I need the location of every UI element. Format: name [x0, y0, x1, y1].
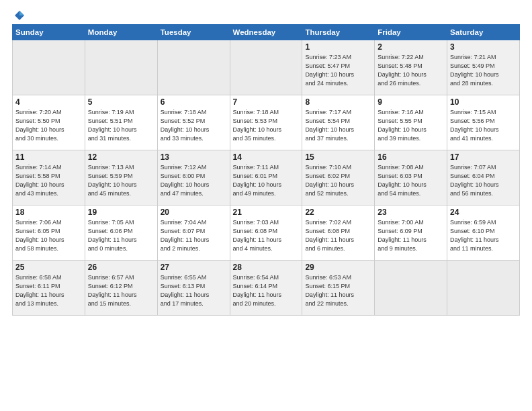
day-detail: Sunrise: 7:21 AM Sunset: 5:49 PM Dayligh… [450, 53, 517, 88]
calendar-cell: 3Sunrise: 7:21 AM Sunset: 5:49 PM Daylig… [447, 40, 520, 95]
calendar-cell: 9Sunrise: 7:16 AM Sunset: 5:55 PM Daylig… [375, 95, 447, 150]
day-detail: Sunrise: 7:08 AM Sunset: 6:03 PM Dayligh… [378, 163, 444, 198]
weekday-header-friday: Friday [375, 25, 447, 40]
day-detail: Sunrise: 7:03 AM Sunset: 6:08 PM Dayligh… [233, 218, 300, 253]
day-number: 17 [450, 152, 517, 162]
day-number: 26 [88, 263, 154, 272]
day-detail: Sunrise: 6:55 AM Sunset: 6:13 PM Dayligh… [161, 273, 227, 308]
day-number: 25 [15, 263, 82, 272]
calendar-cell: 28Sunrise: 6:54 AM Sunset: 6:14 PM Dayli… [230, 261, 302, 316]
day-detail: Sunrise: 7:06 AM Sunset: 6:05 PM Dayligh… [15, 218, 82, 253]
svg-marker-1 [19, 11, 24, 15]
day-number: 13 [161, 152, 227, 162]
day-number: 3 [450, 42, 517, 52]
day-detail: Sunrise: 6:54 AM Sunset: 6:14 PM Dayligh… [233, 273, 300, 308]
logo-icon [13, 9, 26, 21]
day-number: 10 [450, 97, 517, 107]
weekday-header-row: SundayMondayTuesdayWednesdayThursdayFrid… [13, 25, 520, 40]
day-detail: Sunrise: 7:12 AM Sunset: 6:00 PM Dayligh… [161, 163, 227, 198]
day-number: 11 [15, 152, 82, 162]
calendar-cell: 25Sunrise: 6:58 AM Sunset: 6:11 PM Dayli… [13, 261, 85, 316]
day-detail: Sunrise: 7:18 AM Sunset: 5:52 PM Dayligh… [161, 108, 227, 143]
day-number: 12 [88, 152, 154, 162]
calendar-cell: 23Sunrise: 7:00 AM Sunset: 6:09 PM Dayli… [375, 205, 447, 261]
calendar-cell [375, 261, 447, 316]
calendar-cell: 22Sunrise: 7:02 AM Sunset: 6:08 PM Dayli… [302, 205, 375, 261]
day-detail: Sunrise: 7:05 AM Sunset: 6:06 PM Dayligh… [88, 218, 154, 253]
calendar-cell: 26Sunrise: 6:57 AM Sunset: 6:12 PM Dayli… [85, 261, 157, 316]
calendar-cell: 13Sunrise: 7:12 AM Sunset: 6:00 PM Dayli… [157, 150, 230, 205]
week-row-5: 25Sunrise: 6:58 AM Sunset: 6:11 PM Dayli… [13, 261, 520, 316]
calendar-cell: 27Sunrise: 6:55 AM Sunset: 6:13 PM Dayli… [157, 261, 230, 316]
calendar-cell: 10Sunrise: 7:15 AM Sunset: 5:56 PM Dayli… [447, 95, 520, 150]
weekday-header-thursday: Thursday [302, 25, 375, 40]
week-row-3: 11Sunrise: 7:14 AM Sunset: 5:58 PM Dayli… [13, 150, 520, 205]
calendar-cell [13, 40, 85, 95]
day-detail: Sunrise: 7:13 AM Sunset: 5:59 PM Dayligh… [88, 163, 154, 198]
day-number: 22 [305, 208, 371, 217]
day-detail: Sunrise: 6:57 AM Sunset: 6:12 PM Dayligh… [88, 273, 154, 308]
calendar-cell: 21Sunrise: 7:03 AM Sunset: 6:08 PM Dayli… [230, 205, 302, 261]
week-row-4: 18Sunrise: 7:06 AM Sunset: 6:05 PM Dayli… [13, 205, 520, 261]
day-detail: Sunrise: 7:23 AM Sunset: 5:47 PM Dayligh… [305, 53, 371, 88]
day-number: 1 [305, 42, 371, 52]
day-number: 15 [305, 152, 371, 162]
day-number: 2 [378, 42, 444, 52]
day-detail: Sunrise: 7:20 AM Sunset: 5:50 PM Dayligh… [15, 108, 82, 143]
calendar-cell [230, 40, 302, 95]
calendar-cell: 7Sunrise: 7:18 AM Sunset: 5:53 PM Daylig… [230, 95, 302, 150]
weekday-header-tuesday: Tuesday [157, 25, 230, 40]
day-number: 27 [161, 263, 227, 272]
calendar-cell: 15Sunrise: 7:10 AM Sunset: 6:02 PM Dayli… [302, 150, 375, 205]
day-number: 6 [161, 97, 227, 107]
calendar-cell: 29Sunrise: 6:53 AM Sunset: 6:15 PM Dayli… [302, 261, 375, 316]
calendar-cell [447, 261, 520, 316]
day-detail: Sunrise: 7:16 AM Sunset: 5:55 PM Dayligh… [378, 108, 444, 143]
day-number: 18 [15, 208, 82, 217]
calendar-cell: 2Sunrise: 7:22 AM Sunset: 5:48 PM Daylig… [375, 40, 447, 95]
header [12, 11, 520, 19]
calendar-cell: 4Sunrise: 7:20 AM Sunset: 5:50 PM Daylig… [13, 95, 85, 150]
weekday-header-wednesday: Wednesday [230, 25, 302, 40]
day-detail: Sunrise: 6:59 AM Sunset: 6:10 PM Dayligh… [450, 218, 517, 253]
weekday-header-monday: Monday [85, 25, 157, 40]
day-detail: Sunrise: 7:10 AM Sunset: 6:02 PM Dayligh… [305, 163, 371, 198]
day-number: 9 [378, 97, 444, 107]
calendar-cell: 18Sunrise: 7:06 AM Sunset: 6:05 PM Dayli… [13, 205, 85, 261]
day-number: 28 [233, 263, 300, 272]
day-detail: Sunrise: 6:53 AM Sunset: 6:15 PM Dayligh… [305, 273, 371, 308]
day-number: 19 [88, 208, 154, 217]
day-detail: Sunrise: 7:22 AM Sunset: 5:48 PM Dayligh… [378, 53, 444, 88]
day-number: 5 [88, 97, 154, 107]
weekday-header-saturday: Saturday [447, 25, 520, 40]
calendar-cell: 12Sunrise: 7:13 AM Sunset: 5:59 PM Dayli… [85, 150, 157, 205]
day-number: 8 [305, 97, 371, 107]
calendar-cell: 20Sunrise: 7:04 AM Sunset: 6:07 PM Dayli… [157, 205, 230, 261]
day-detail: Sunrise: 7:02 AM Sunset: 6:08 PM Dayligh… [305, 218, 371, 253]
day-detail: Sunrise: 7:14 AM Sunset: 5:58 PM Dayligh… [15, 163, 82, 198]
day-number: 14 [233, 152, 300, 162]
day-detail: Sunrise: 7:00 AM Sunset: 6:09 PM Dayligh… [378, 218, 444, 253]
calendar-cell: 5Sunrise: 7:19 AM Sunset: 5:51 PM Daylig… [85, 95, 157, 150]
calendar-page: SundayMondayTuesdayWednesdayThursdayFrid… [0, 0, 532, 411]
day-detail: Sunrise: 7:15 AM Sunset: 5:56 PM Dayligh… [450, 108, 517, 143]
day-detail: Sunrise: 7:19 AM Sunset: 5:51 PM Dayligh… [88, 108, 154, 143]
day-number: 21 [233, 208, 300, 217]
calendar-cell [157, 40, 230, 95]
week-row-1: 1Sunrise: 7:23 AM Sunset: 5:47 PM Daylig… [13, 40, 520, 95]
day-detail: Sunrise: 7:11 AM Sunset: 6:01 PM Dayligh… [233, 163, 300, 198]
day-number: 24 [450, 208, 517, 217]
week-row-2: 4Sunrise: 7:20 AM Sunset: 5:50 PM Daylig… [13, 95, 520, 150]
logo [12, 11, 26, 19]
calendar-table: SundayMondayTuesdayWednesdayThursdayFrid… [12, 24, 520, 316]
calendar-cell: 1Sunrise: 7:23 AM Sunset: 5:47 PM Daylig… [302, 40, 375, 95]
day-detail: Sunrise: 7:18 AM Sunset: 5:53 PM Dayligh… [233, 108, 300, 143]
calendar-cell: 11Sunrise: 7:14 AM Sunset: 5:58 PM Dayli… [13, 150, 85, 205]
calendar-cell: 16Sunrise: 7:08 AM Sunset: 6:03 PM Dayli… [375, 150, 447, 205]
day-number: 4 [15, 97, 82, 107]
day-number: 23 [378, 208, 444, 217]
day-number: 16 [378, 152, 444, 162]
day-detail: Sunrise: 7:04 AM Sunset: 6:07 PM Dayligh… [161, 218, 227, 253]
calendar-cell [85, 40, 157, 95]
day-number: 20 [161, 208, 227, 217]
